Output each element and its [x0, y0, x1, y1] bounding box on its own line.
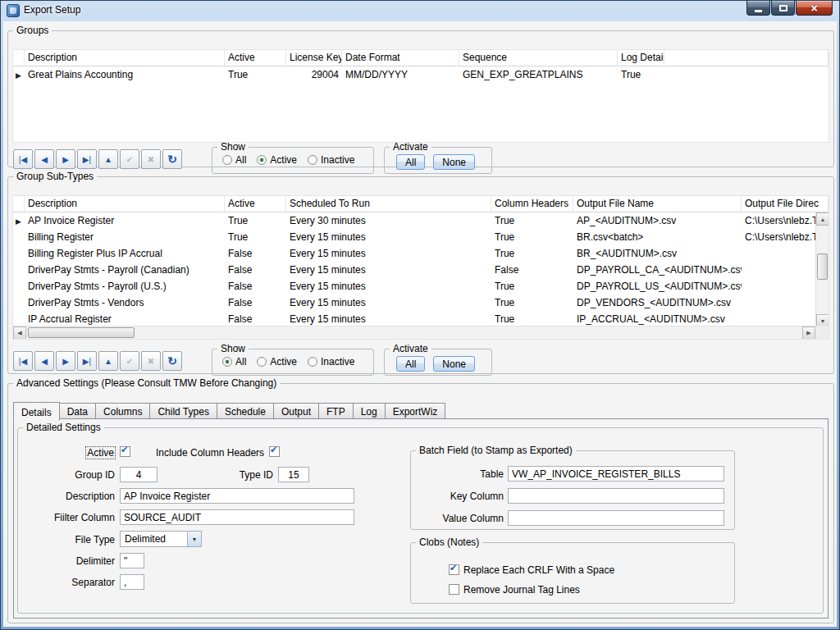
cell-active: False	[225, 246, 286, 262]
column-header-scheduled[interactable]: Scheduled To Run	[286, 196, 491, 212]
table-row[interactable]: ▶ Great Plains Accounting True 29004 MM/…	[13, 66, 829, 83]
scroll-up-button[interactable]: ▲	[816, 212, 829, 226]
nav-cancel-button[interactable]: ✖	[141, 351, 161, 371]
remove-journal-checkbox[interactable]	[449, 584, 459, 595]
table-row[interactable]: DriverPay Stmts - Vendors False Every 15…	[13, 294, 829, 311]
activate-all-button[interactable]: All	[396, 154, 425, 170]
nav-next-button[interactable]: ▶	[56, 149, 75, 169]
nav-prev-button[interactable]: ◀	[34, 149, 54, 169]
nav-last-button[interactable]: ▶|	[77, 351, 97, 371]
filter-column-field[interactable]	[120, 509, 354, 525]
app-icon	[7, 4, 20, 17]
nav-refresh-button[interactable]: ↻	[162, 149, 182, 169]
close-button[interactable]: ×	[796, 1, 833, 16]
cell-column-headers: True	[491, 213, 573, 229]
activate-all-button[interactable]: All	[396, 356, 425, 372]
nav-commit-button[interactable]: ✔	[120, 351, 139, 371]
group-id-field[interactable]	[120, 467, 158, 482]
delimiter-field[interactable]	[120, 553, 144, 568]
nav-prev-button[interactable]: ◀	[34, 351, 54, 371]
table-row[interactable]: IP Accrual Register False Every 15 minut…	[13, 311, 829, 327]
vertical-scroll-thumb[interactable]	[817, 253, 828, 280]
column-header-filler	[664, 50, 829, 66]
cell-description: Billing Register	[25, 230, 225, 245]
radio-show-inactive[interactable]: Inactive	[308, 154, 354, 166]
radio-show-all[interactable]: All	[222, 356, 246, 368]
radio-icon	[257, 357, 267, 367]
nav-commit-button[interactable]: ✔	[120, 149, 139, 169]
tab-details[interactable]: Details	[13, 402, 60, 421]
tab-child-types[interactable]: Child Types	[149, 403, 217, 419]
activate-none-button[interactable]: None	[433, 356, 475, 372]
horizontal-scroll-thumb[interactable]	[28, 327, 135, 338]
nav-first-button[interactable]: |◀	[13, 351, 33, 371]
minimize-button[interactable]	[746, 1, 770, 16]
dropdown-button[interactable]: ▼	[187, 532, 201, 546]
column-header-description[interactable]: Description	[25, 50, 225, 66]
tab-data[interactable]: Data	[59, 403, 96, 419]
replace-crlf-checkbox[interactable]: ✔	[449, 564, 459, 575]
radio-show-all[interactable]: All	[222, 154, 246, 166]
nav-next-button[interactable]: ▶	[56, 351, 75, 371]
tab-columns[interactable]: Columns	[95, 403, 150, 419]
cell-description: DriverPay Stmts - Payroll (U.S.)	[25, 279, 225, 294]
column-header-log-details[interactable]: Log Details	[618, 50, 664, 66]
tab-schedule[interactable]: Schedule	[217, 403, 274, 419]
tab-ftp[interactable]: FTP	[318, 403, 354, 419]
description-field[interactable]	[120, 488, 354, 504]
column-header-active[interactable]: Active	[225, 50, 286, 66]
column-header-date-format[interactable]: Date Format	[342, 50, 459, 66]
tab-exportwiz[interactable]: ExportWiz	[385, 403, 446, 419]
include-headers-checkbox[interactable]: ✔	[269, 446, 280, 457]
tab-log[interactable]: Log	[353, 403, 386, 419]
nav-last-button[interactable]: ▶|	[77, 149, 97, 169]
activate-none-button[interactable]: None	[433, 154, 475, 170]
nav-first-button[interactable]: |◀	[13, 149, 33, 169]
tab-output[interactable]: Output	[273, 403, 319, 419]
column-header-description[interactable]: Description	[25, 196, 225, 212]
table-row[interactable]: Billing Register True Every 15 minutes T…	[13, 229, 829, 245]
subtypes-title: Group Sub-Types	[13, 171, 97, 182]
nav-cancel-button[interactable]: ✖	[141, 149, 161, 169]
nav-up-button[interactable]: ▲	[98, 149, 118, 169]
row-selector-cell	[13, 301, 25, 304]
cell-column-headers: True	[491, 279, 573, 294]
radio-show-active[interactable]: Active	[257, 356, 297, 368]
table-row[interactable]: DriverPay Stmts - Payroll (U.S.) False E…	[13, 278, 829, 294]
activate-label: Activate	[390, 141, 431, 153]
file-type-select[interactable]: Delimited ▼	[120, 531, 202, 547]
table-row[interactable]: ▶ AP Invoice Register True Every 30 minu…	[13, 212, 829, 229]
table-row[interactable]: Billing Register Plus IP Accrual False E…	[13, 245, 829, 262]
column-header-output-file-name[interactable]: Output File Name	[573, 196, 742, 212]
radio-show-active[interactable]: Active	[257, 154, 297, 166]
table-field[interactable]	[508, 466, 724, 482]
active-checkbox[interactable]: ✔	[120, 446, 130, 457]
active-label: Active	[33, 446, 115, 459]
column-header-column-headers[interactable]: Column Headers	[491, 196, 573, 212]
column-header-active[interactable]: Active	[225, 196, 286, 212]
scroll-right-button[interactable]: ▶	[802, 326, 815, 340]
cell-active: True	[225, 230, 286, 245]
table-row[interactable]: DriverPay Stmts - Payroll (Canadian) Fal…	[13, 262, 829, 278]
key-column-field[interactable]	[508, 488, 724, 504]
replace-crlf-label: Replace Each CRLF With a Space	[463, 564, 614, 577]
horizontal-scrollbar[interactable]: ◀ ▶	[13, 326, 815, 339]
maximize-button[interactable]	[771, 1, 795, 16]
horizontal-scroll-track[interactable]	[26, 326, 802, 339]
radio-icon	[222, 155, 232, 165]
separator-field[interactable]	[120, 574, 144, 590]
scroll-left-button[interactable]: ◀	[13, 326, 26, 340]
column-header-license-key[interactable]: License Key	[286, 50, 342, 66]
vertical-scrollbar[interactable]: ▲ ▼	[815, 212, 829, 327]
radio-show-inactive[interactable]: Inactive	[308, 356, 354, 368]
titlebar[interactable]: Export Setup ×	[1, 1, 839, 21]
type-id-field[interactable]	[278, 467, 309, 482]
vertical-scroll-track[interactable]	[816, 226, 829, 314]
value-column-field[interactable]	[508, 510, 724, 526]
groups-section: Groups Description Active License Key Da…	[7, 25, 834, 167]
column-header-output-file-dir[interactable]: Output File Direc	[742, 196, 829, 212]
nav-refresh-button[interactable]: ↻	[162, 351, 182, 371]
subtypes-section: Group Sub-Types Description Active Sched…	[7, 171, 834, 374]
nav-up-button[interactable]: ▲	[98, 351, 118, 371]
column-header-sequence[interactable]: Sequence	[459, 50, 618, 66]
